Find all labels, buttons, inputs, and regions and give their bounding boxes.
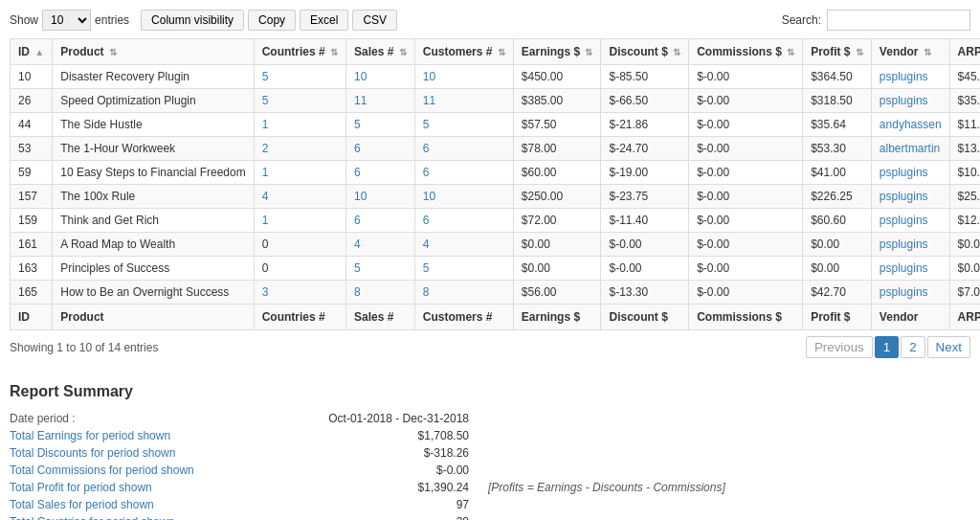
cell-countries[interactable]: 3 xyxy=(254,281,345,305)
cell-id: 59 xyxy=(11,161,53,185)
report-row-value: 28 xyxy=(278,515,469,520)
cell-customers[interactable]: 5 xyxy=(414,113,513,137)
cell-customers[interactable]: 10 xyxy=(414,65,513,89)
col-profit[interactable]: Profit $ ⇅ xyxy=(803,39,872,65)
cell-sales[interactable]: 5 xyxy=(346,113,415,137)
col-customers[interactable]: Customers # ⇅ xyxy=(414,39,513,65)
cell-id: 159 xyxy=(11,209,53,233)
csv-button[interactable]: CSV xyxy=(352,10,397,31)
report-row-label[interactable]: Total Profit for period shown xyxy=(10,481,278,494)
cell-vendor[interactable]: psplugins xyxy=(871,209,949,233)
cell-vendor[interactable]: psplugins xyxy=(871,185,949,209)
cell-id: 157 xyxy=(11,185,53,209)
cell-id: 10 xyxy=(11,65,53,89)
entries-select[interactable]: 10 25 50 100 xyxy=(42,10,91,31)
table-row: 26Speed Optimization Plugin51111$385.00$… xyxy=(11,89,981,113)
footer-discount: Discount $ xyxy=(601,305,689,330)
report-row: Date period :Oct-01-2018 - Dec-31-2018 xyxy=(10,410,970,427)
show-label: Show xyxy=(10,13,38,27)
cell-countries[interactable]: 2 xyxy=(254,137,345,161)
cell-sales[interactable]: 6 xyxy=(346,161,415,185)
cell-sales[interactable]: 10 xyxy=(346,185,415,209)
cell-product: The 1-Hour Workweek xyxy=(53,137,254,161)
page-2-button[interactable]: 2 xyxy=(901,336,924,358)
col-id[interactable]: ID ▲ xyxy=(11,39,53,65)
col-arpu[interactable]: ARPU $ ⇅ xyxy=(949,39,980,65)
cell-vendor[interactable]: albertmartin xyxy=(871,137,949,161)
col-countries[interactable]: Countries # ⇅ xyxy=(254,39,345,65)
cell-sales[interactable]: 5 xyxy=(346,257,415,281)
col-discount[interactable]: Discount $ ⇅ xyxy=(601,39,689,65)
cell-vendor[interactable]: andyhassen xyxy=(871,113,949,137)
cell-customers[interactable]: 5 xyxy=(414,257,513,281)
cell-customers[interactable]: 4 xyxy=(414,233,513,257)
cell-sales[interactable]: 10 xyxy=(346,65,415,89)
cell-vendor[interactable]: psplugins xyxy=(871,89,949,113)
cell-countries[interactable]: 5 xyxy=(254,65,345,89)
excel-button[interactable]: Excel xyxy=(300,10,348,31)
report-row: Total Earnings for period shown$1,708.50 xyxy=(10,427,970,444)
cell-earnings: $60.00 xyxy=(513,161,601,185)
cell-sales[interactable]: 6 xyxy=(346,209,415,233)
cell-customers[interactable]: 6 xyxy=(414,209,513,233)
export-buttons: Column visibility Copy Excel CSV xyxy=(141,10,397,31)
next-button[interactable]: Next xyxy=(927,336,970,358)
table-row: 165How to Be an Overnight Success388$56.… xyxy=(11,281,981,305)
cell-customers[interactable]: 8 xyxy=(414,281,513,305)
cell-countries[interactable]: 1 xyxy=(254,209,345,233)
cell-profit: $364.50 xyxy=(803,65,872,89)
cell-sales[interactable]: 4 xyxy=(346,233,415,257)
cell-earnings: $57.50 xyxy=(513,113,601,137)
col-earnings[interactable]: Earnings $ ⇅ xyxy=(513,39,601,65)
search-container: Search: xyxy=(782,10,970,31)
report-row-label[interactable]: Total Countries for period shown xyxy=(10,515,278,520)
cell-arpu: $25.00 xyxy=(949,185,980,209)
cell-vendor[interactable]: psplugins xyxy=(871,281,949,305)
cell-vendor[interactable]: psplugins xyxy=(871,233,949,257)
col-product[interactable]: Product ⇅ xyxy=(53,39,254,65)
report-row-label[interactable]: Total Discounts for period shown xyxy=(10,446,278,460)
report-row-label: Date period : xyxy=(10,412,278,425)
report-rows: Date period :Oct-01-2018 - Dec-31-2018To… xyxy=(10,410,970,520)
cell-customers[interactable]: 6 xyxy=(414,137,513,161)
cell-countries[interactable]: 0 xyxy=(254,233,345,257)
col-commissions[interactable]: Commissions $ ⇅ xyxy=(689,39,803,65)
page-1-button[interactable]: 1 xyxy=(875,336,899,358)
report-row-label[interactable]: Total Earnings for period shown xyxy=(10,429,278,442)
cell-vendor[interactable]: psplugins xyxy=(871,65,949,89)
table-row: 157The 100x Rule41010$250.00$-23.75$-0.0… xyxy=(11,185,981,209)
cell-countries[interactable]: 1 xyxy=(254,161,345,185)
cell-countries[interactable]: 1 xyxy=(254,113,345,137)
report-title: Report Summary xyxy=(10,383,970,400)
report-row-label[interactable]: Total Commissions for period shown xyxy=(10,463,278,477)
table-footer-row: ID Product Countries # Sales # Customers… xyxy=(11,305,981,330)
cell-countries[interactable]: 4 xyxy=(254,185,345,209)
cell-vendor[interactable]: psplugins xyxy=(871,161,949,185)
show-entries-control[interactable]: Show 10 25 50 100 entries xyxy=(10,10,129,31)
cell-sales[interactable]: 8 xyxy=(346,281,415,305)
cell-customers[interactable]: 6 xyxy=(414,161,513,185)
copy-button[interactable]: Copy xyxy=(248,10,296,31)
cell-commissions: $-0.00 xyxy=(689,161,803,185)
column-visibility-button[interactable]: Column visibility xyxy=(141,10,244,31)
previous-button[interactable]: Previous xyxy=(806,336,873,358)
report-row-label[interactable]: Total Sales for period shown xyxy=(10,498,278,511)
pagination-controls: Previous 1 2 Next xyxy=(806,336,970,358)
cell-discount: $-21.86 xyxy=(601,113,689,137)
cell-sales[interactable]: 11 xyxy=(346,89,415,113)
col-vendor[interactable]: Vendor ⇅ xyxy=(871,39,949,65)
cell-profit: $42.70 xyxy=(803,281,872,305)
cell-countries[interactable]: 0 xyxy=(254,257,345,281)
cell-sales[interactable]: 6 xyxy=(346,137,415,161)
cell-customers[interactable]: 10 xyxy=(414,185,513,209)
cell-countries[interactable]: 5 xyxy=(254,89,345,113)
report-row: Total Commissions for period shown$-0.00 xyxy=(10,462,970,479)
cell-customers[interactable]: 11 xyxy=(414,89,513,113)
cell-vendor[interactable]: psplugins xyxy=(871,257,949,281)
cell-discount: $-0.00 xyxy=(601,233,689,257)
cell-profit: $0.00 xyxy=(803,257,872,281)
search-input[interactable] xyxy=(827,10,970,31)
col-sales[interactable]: Sales # ⇅ xyxy=(346,39,415,65)
report-summary-section: Report Summary Date period :Oct-01-2018 … xyxy=(10,373,970,520)
footer-commissions: Commissions $ xyxy=(689,305,803,330)
